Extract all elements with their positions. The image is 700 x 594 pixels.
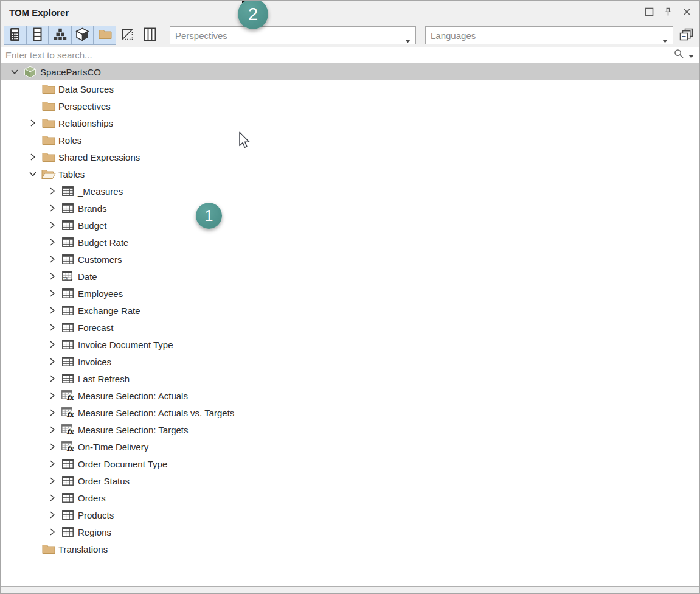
- tree-item-perspectives[interactable]: Perspectives: [1, 97, 699, 114]
- tree-item-products[interactable]: Products: [1, 506, 699, 523]
- tree-item-budget[interactable]: Budget: [1, 217, 699, 234]
- chevron-right-icon[interactable]: [26, 148, 40, 166]
- close-icon: [682, 7, 691, 19]
- chevron-right-icon[interactable]: [45, 523, 60, 540]
- chevron-right-icon[interactable]: [45, 302, 60, 319]
- tree-item-order-status[interactable]: Order Status: [1, 472, 699, 489]
- tree-item-date[interactable]: 12xDate: [1, 268, 699, 285]
- hierarchy-icon: [54, 28, 67, 43]
- table-icon: [60, 353, 76, 370]
- perspectives-dropdown[interactable]: Perspectives: [170, 26, 416, 44]
- perspectives-dropdown-label: Perspectives: [175, 30, 227, 41]
- tree-item-exchange-rate[interactable]: Exchange Rate: [1, 302, 699, 319]
- tree-item-invoice-document-type[interactable]: Invoice Document Type: [1, 336, 699, 353]
- tree-item-orders[interactable]: Orders: [1, 489, 699, 506]
- table-icon: [60, 302, 76, 319]
- tree-item-measure-selection-actuals-vs-targets[interactable]: fxMeasure Selection: Actuals vs. Targets: [1, 404, 699, 421]
- tree-item-shared-expressions[interactable]: Shared Expressions: [1, 148, 699, 166]
- toolbar: Perspectives Languages: [1, 25, 699, 47]
- tree-item-last-refresh[interactable]: Last Refresh: [1, 370, 699, 387]
- chevron-right-icon[interactable]: [45, 455, 60, 472]
- chevron-right-icon[interactable]: [45, 472, 60, 489]
- tree-item-label: Exchange Rate: [76, 306, 140, 316]
- cascade-windows-icon: [679, 28, 693, 43]
- chevron-right-icon[interactable]: [26, 114, 40, 131]
- tree-item-brands[interactable]: Brands: [1, 200, 699, 217]
- chevron-right-icon[interactable]: [45, 438, 60, 455]
- chevron-right-icon[interactable]: [45, 319, 60, 336]
- tree-item-label: Products: [76, 510, 114, 520]
- chevron-right-icon[interactable]: [45, 183, 60, 200]
- chevron-down-icon: [405, 35, 411, 45]
- tree-item-regions[interactable]: Regions: [1, 523, 699, 540]
- tree-item-tables[interactable]: Tables: [1, 166, 699, 183]
- tree-item-translations[interactable]: Translations: [1, 540, 699, 557]
- tree-item-label: Measure Selection: Actuals vs. Targets: [76, 408, 234, 418]
- tree-item-roles[interactable]: Roles: [1, 131, 699, 148]
- chevron-right-icon[interactable]: [45, 285, 60, 302]
- tree-item-relationships[interactable]: Relationships: [1, 114, 699, 131]
- chevron-right-icon[interactable]: [45, 217, 60, 234]
- chevron-right-icon[interactable]: [45, 251, 60, 268]
- callout-badge-1: 1: [196, 203, 222, 229]
- tree-item-measure-selection-actuals[interactable]: fxMeasure Selection: Actuals: [1, 387, 699, 404]
- tree-item-label: Perspectives: [57, 101, 111, 111]
- toolbar-button-column-view[interactable]: [139, 26, 161, 45]
- title-bar: TOM Explorer: [1, 1, 699, 25]
- callout-badge-1-number: 1: [205, 207, 213, 225]
- table-icon: [60, 455, 76, 472]
- tree-item-employees[interactable]: Employees: [1, 285, 699, 302]
- tree-item-order-document-type[interactable]: Order Document Type: [1, 455, 699, 472]
- toolbar-button-perspective-view[interactable]: [116, 26, 139, 45]
- tree-item-measures[interactable]: _Measures: [1, 183, 699, 200]
- tree-item-data-sources[interactable]: Data Sources: [1, 80, 699, 97]
- chevron-right-icon[interactable]: [45, 353, 60, 370]
- tree-item-invoices[interactable]: Invoices: [1, 353, 699, 370]
- close-button[interactable]: [681, 7, 692, 18]
- chevron-right-icon[interactable]: [45, 404, 60, 421]
- folder-icon: [99, 29, 112, 42]
- chevron-right-icon[interactable]: [45, 387, 60, 404]
- tree-item-forecast[interactable]: Forecast: [1, 319, 699, 336]
- chevron-right-icon[interactable]: [45, 234, 60, 251]
- tom-explorer-panel: TOM Explorer Perspectives Languages Spac…: [0, 0, 700, 594]
- svg-text:fx: fx: [67, 428, 75, 435]
- tree-item-customers[interactable]: Customers: [1, 251, 699, 268]
- tree-item-on-time-delivery[interactable]: fxOn-Time Delivery: [1, 438, 699, 455]
- chevron-right-icon[interactable]: [45, 370, 60, 387]
- callout-badge-2: 2: [238, 0, 268, 29]
- toolbar-button-display-folders[interactable]: [94, 26, 116, 45]
- maximize-button[interactable]: [643, 7, 654, 18]
- chevron-right-icon[interactable]: [45, 489, 60, 506]
- toolbar-button-hierarchies[interactable]: [49, 26, 71, 45]
- toolbar-button-columns[interactable]: [26, 26, 49, 45]
- mouse-cursor: [238, 131, 252, 153]
- table-icon: [60, 336, 76, 353]
- languages-dropdown[interactable]: Languages: [425, 26, 673, 44]
- search-input[interactable]: [1, 50, 674, 60]
- chevron-down-icon[interactable]: [7, 63, 22, 80]
- search-icon[interactable]: [674, 49, 684, 61]
- chevron-right-icon[interactable]: [45, 506, 60, 523]
- cascade-windows-button[interactable]: [677, 27, 695, 44]
- pin-button[interactable]: [662, 7, 673, 18]
- folder-icon: [40, 80, 57, 97]
- tree-item-label: Order Document Type: [76, 459, 167, 469]
- search-options-caret-icon[interactable]: [688, 50, 694, 61]
- svg-text:12: 12: [63, 278, 67, 281]
- tree-item-spacepartsco[interactable]: SpacePartsCO: [1, 63, 699, 80]
- chevron-right-icon[interactable]: [45, 200, 60, 217]
- chevron-down-icon[interactable]: [26, 166, 40, 183]
- tree-item-budget-rate[interactable]: Budget Rate: [1, 234, 699, 251]
- toolbar-button-measures[interactable]: [4, 26, 26, 45]
- chevron-right-icon[interactable]: [45, 421, 60, 438]
- chevron-right-icon[interactable]: [45, 336, 60, 353]
- rows-icon: [32, 27, 43, 44]
- search-bar: [1, 47, 699, 63]
- table-fx-icon: fx: [60, 387, 76, 404]
- tree-item-measure-selection-targets[interactable]: fxMeasure Selection: Targets: [1, 421, 699, 438]
- table-icon: [60, 183, 76, 200]
- chevron-right-icon[interactable]: [45, 268, 60, 285]
- tree-item-label: Data Sources: [57, 84, 114, 94]
- toolbar-button-partitions[interactable]: [71, 26, 94, 45]
